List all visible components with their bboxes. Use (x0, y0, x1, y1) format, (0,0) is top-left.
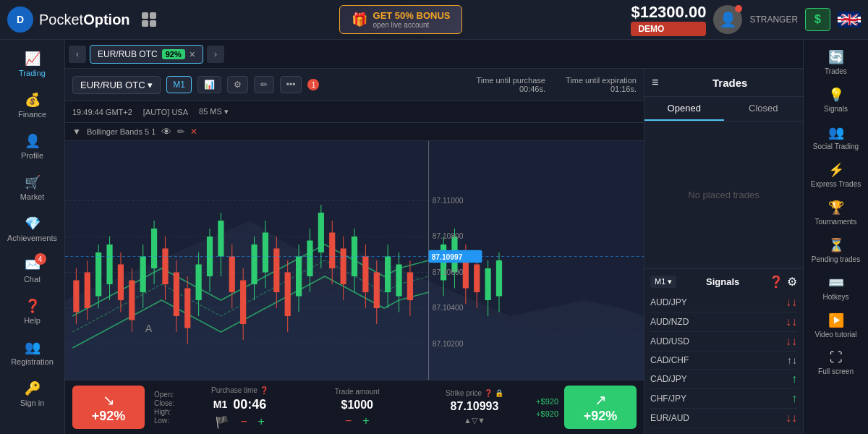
tab-opened[interactable]: Opened (644, 97, 724, 121)
signals-nav-icon: 💡 (828, 87, 844, 103)
svg-rect-43 (273, 249, 279, 293)
sidebar-item-signin[interactable]: 🔑 Sign in (0, 373, 64, 414)
sidebar-item-trading[interactable]: 📈 Trading (0, 43, 64, 85)
chart-more[interactable]: ••• (280, 76, 302, 93)
tournaments-nav-icon: 🏆 (828, 200, 844, 216)
language-flag[interactable]: 🇬🇧 (838, 12, 861, 27)
buy-button[interactable]: ↗ +92% (564, 386, 637, 429)
tab-prev-button[interactable]: ‹ (69, 46, 86, 63)
signin-icon: 🔑 (25, 380, 41, 396)
right-nav-pending-trades[interactable]: ⏳ Pending trades (804, 231, 868, 269)
signals-title: Signals (680, 276, 765, 287)
svg-rect-11 (95, 252, 101, 297)
right-nav-video-tutorial[interactable]: ▶️ Video tutorial (804, 307, 868, 344)
achievements-icon: 💎 (25, 216, 41, 231)
svg-rect-51 (318, 213, 324, 252)
tab-eur-rub-otc[interactable]: EUR/RUB OTC 92% × (90, 45, 203, 64)
signal-row-eur-aud: EUR/AUD ↓↓ (650, 409, 797, 428)
indicator-edit[interactable]: ✏ (177, 127, 184, 137)
purchase-time-minus[interactable]: − (240, 415, 247, 429)
right-nav-signals[interactable]: 💡 Signals (804, 81, 868, 119)
sidebar-item-help[interactable]: ❓ Help (0, 291, 64, 332)
trades-tabs: Opened Closed (644, 97, 803, 122)
trades-header: ≡ Trades (644, 69, 803, 97)
right-nav-trades[interactable]: 🔄 Trades (804, 43, 868, 81)
svg-rect-61 (374, 273, 380, 309)
svg-rect-77 (485, 268, 491, 300)
svg-rect-45 (285, 273, 291, 317)
svg-rect-39 (251, 244, 257, 284)
strike-price-value: 87.10993 (451, 400, 499, 413)
chart-canvas: 87.11000 87.10800 87.10600 87.10400 87.1… (65, 141, 644, 380)
right-nav-express-trades[interactable]: ⚡ Express Trades (804, 156, 868, 194)
svg-text:87.10400: 87.10400 (433, 303, 464, 312)
sell-button[interactable]: ↘ +92% (72, 386, 145, 429)
trades-title: Trades (664, 77, 796, 89)
svg-text:87.11000: 87.11000 (433, 195, 464, 204)
svg-rect-65 (396, 265, 401, 297)
chart-indicators[interactable]: ⚙ (227, 76, 248, 93)
right-nav-hotkeys[interactable]: ⌨️ Hotkeys (804, 269, 868, 307)
right-nav-tournaments[interactable]: 🏆 Tournaments (804, 194, 868, 231)
pair-selector[interactable]: EUR/RUB OTC ▾ (72, 76, 161, 94)
signal-row-cad-jpy: CAD/JPY ↑ (650, 370, 797, 389)
gift-icon: 🎁 (352, 12, 367, 27)
signals-help-icon[interactable]: ❓ (769, 275, 783, 289)
chart-type-bars[interactable]: 📊 (197, 76, 221, 93)
chart-main: EUR/RUB OTC ▾ M1 📊 ⚙ ✏ ••• 1 Time until … (65, 69, 644, 434)
chart-info-bar: 19:49:44 GMT+2 [AUTO] USA 85 MS ▾ (65, 101, 644, 123)
lock-icon: 🔒 (495, 389, 503, 397)
chat-badge-container: ✉️ 4 (25, 257, 41, 273)
signal-row-cad-chf: CAD/CHF ↑↓ (650, 352, 797, 370)
svg-rect-33 (218, 221, 224, 257)
main-body: 📈 Trading 💰 Finance 👤 Profile 🛒 Market 💎… (0, 40, 868, 434)
indicator-visibility[interactable]: 👁 (161, 126, 171, 137)
sidebar-item-market[interactable]: 🛒 Market (0, 167, 64, 208)
strike-indicators: ▲▽▼ (464, 416, 485, 425)
chart-draw[interactable]: ✏ (254, 76, 274, 93)
svg-rect-13 (106, 244, 112, 284)
signals-timeframe[interactable]: M1 ▾ (650, 276, 676, 288)
finance-icon: 💰 (25, 92, 41, 108)
trade-amount-plus[interactable]: + (362, 414, 369, 427)
purchase-time-value: 00:46 (233, 397, 266, 412)
sidebar-item-chat[interactable]: ✉️ 4 Chat (0, 250, 64, 291)
profit-down: +$920 (536, 409, 558, 418)
header-center: 🎁 GET 50% BONUS open live account (171, 5, 631, 34)
svg-rect-27 (184, 289, 190, 328)
chart-ms[interactable]: 85 MS ▾ (199, 107, 229, 116)
svg-text:A: A (145, 323, 153, 335)
chart-type-m1[interactable]: M1 (166, 76, 192, 93)
right-nav-social-trading[interactable]: 👥 Social Trading (804, 119, 868, 156)
indicator-remove[interactable]: ✕ (190, 127, 197, 137)
purchase-time-flag[interactable]: 🏴 (215, 415, 229, 429)
help-icon-strike: ❓ (484, 389, 493, 397)
sidebar-item-profile[interactable]: 👤 Profile (0, 126, 64, 167)
sidebar-item-achievements[interactable]: 💎 Achievements (0, 208, 64, 250)
pending-trades-nav-icon: ⏳ (828, 237, 844, 253)
svg-text:87.10997: 87.10997 (432, 252, 463, 261)
purchase-time-plus[interactable]: + (258, 415, 264, 429)
bonus-button[interactable]: 🎁 GET 50% BONUS open live account (339, 5, 463, 34)
sidebar-item-registration[interactable]: 👥 Registration (0, 332, 64, 373)
svg-rect-79 (496, 260, 502, 297)
trade-amount-minus[interactable]: − (345, 414, 352, 427)
signal-row-chf-jpy: CHF/JPY ↑ (650, 389, 797, 409)
tab-closed[interactable]: Closed (724, 97, 804, 121)
tab-close-button[interactable]: × (190, 48, 195, 60)
tab-next-button[interactable]: › (207, 46, 224, 63)
deposit-button[interactable]: $ (805, 8, 830, 31)
chart-time: 19:49:44 GMT+2 (72, 108, 132, 116)
chart-indicator-count: 1 (307, 79, 319, 90)
signals-settings-icon[interactable]: ⚙ (787, 275, 797, 289)
sidebar-item-finance[interactable]: 💰 Finance (0, 85, 64, 126)
time-until-purchase: Time until purchase 00:46s. (476, 76, 545, 93)
right-nav-fullscreen[interactable]: ⛶ Full screen (804, 344, 868, 381)
buy-arrow-icon: ↗ (595, 391, 607, 409)
trade-amount-value: $1000 (341, 399, 373, 412)
signals-section: M1 ▾ Signals ❓ ⚙ AUD/JPY ↓↓ AUD/NZD (644, 268, 803, 434)
tab-pct-badge: 92% (162, 49, 185, 59)
user-avatar[interactable]: 👤 (713, 5, 742, 34)
svg-rect-9 (85, 273, 90, 309)
trading-icon: 📈 (25, 51, 41, 67)
